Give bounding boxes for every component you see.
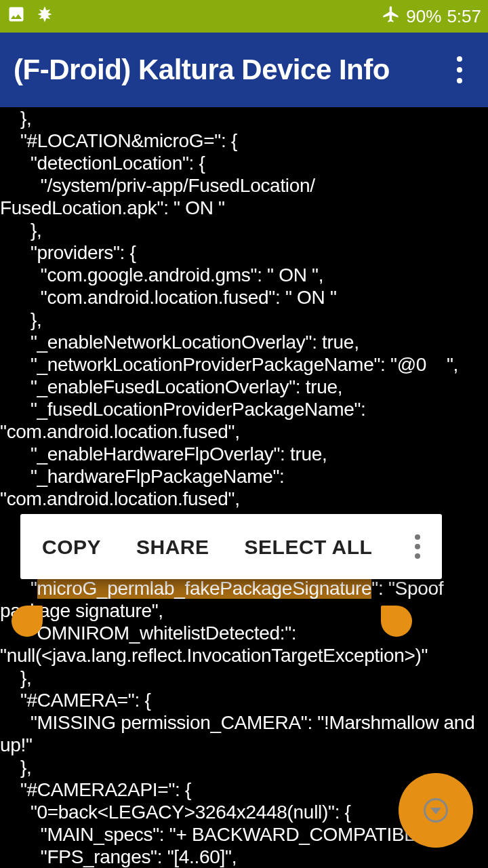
selected-text: microG_permlab_fakePackageSignature: [37, 578, 372, 599]
leaf-icon: [35, 5, 54, 28]
share-button[interactable]: SHARE: [136, 536, 209, 558]
text-selection-toolbar: COPY SHARE SELECT ALL: [20, 514, 442, 579]
toolbar-overflow-button[interactable]: [415, 534, 420, 559]
selection-handle-end[interactable]: [381, 606, 412, 637]
select-all-button[interactable]: SELECT ALL: [245, 536, 373, 558]
scroll-down-fab[interactable]: [399, 773, 473, 848]
device-info-text[interactable]: }, "#LOCATION&microG=": { "detectionLoca…: [0, 107, 488, 868]
status-bar: 90% 5:57: [0, 0, 488, 33]
picture-icon: [7, 5, 26, 28]
airplane-mode-icon: [382, 5, 401, 28]
more-vert-icon: [457, 56, 462, 83]
battery-percent: 90%: [406, 6, 441, 27]
chevron-down-circle-icon: [424, 798, 448, 823]
app-bar: (F-Droid) Kaltura Device Info: [0, 33, 488, 107]
selection-handle-start[interactable]: [12, 606, 43, 637]
copy-button[interactable]: COPY: [42, 536, 101, 558]
page-title: (F-Droid) Kaltura Device Info: [14, 54, 390, 86]
overflow-menu-button[interactable]: [445, 55, 474, 85]
clock: 5:57: [447, 6, 481, 27]
